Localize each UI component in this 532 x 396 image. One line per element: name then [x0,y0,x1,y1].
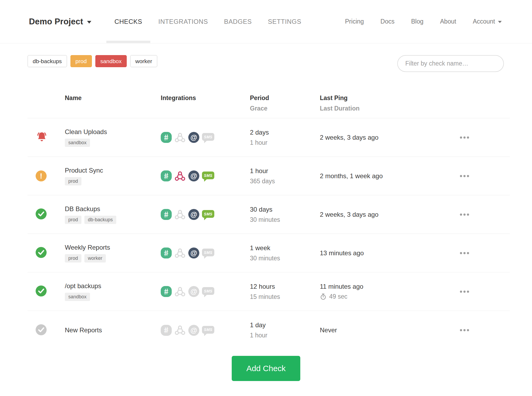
webhook-icon [174,286,186,297]
webhook-icon [174,132,186,143]
check-row: ! Product Sync prod # @ SMS 1 hour 365 d… [28,157,510,195]
check-row: Weekly Reports prodworker # @ SMS 1 week… [28,234,510,272]
add-check-button[interactable]: Add Check [232,356,301,381]
webhook-icon [174,209,186,220]
check-name[interactable]: New Reports [65,326,161,334]
period-value: 1 hour [250,167,320,175]
email-icon: @ [188,209,199,220]
check-tags: sandbox [65,293,161,301]
account-menu[interactable]: Account [464,18,510,25]
tag-filter-db-backups[interactable]: db-backups [28,55,67,67]
check-row: Clean Uploads sandbox # @ SMS 2 days 1 h… [28,118,510,157]
check-name[interactable]: /opt backups [65,282,161,290]
check-tags: proddb-backups [65,216,161,224]
check-name[interactable]: Clean Uploads [65,128,161,136]
nav-link-about[interactable]: About [432,18,464,25]
tag-filter-prod[interactable]: prod [70,55,92,67]
row-menu-button[interactable] [458,326,471,334]
grace-value: 15 minutes [250,293,320,300]
row-menu-button[interactable] [458,211,471,218]
check-row: DB Backups proddb-backups # @ SMS 30 day… [28,195,510,234]
nav-links: Pricing Docs Blog About Account [337,18,532,25]
slack-icon: # [161,132,172,143]
row-menu-button[interactable] [458,288,471,295]
grace-value: 30 minutes [250,216,320,223]
add-check-area: Add Check [0,356,532,381]
header-grace: Grace [250,105,320,112]
period-value: 2 days [250,129,320,136]
bell-icon [36,131,48,143]
webhook-icon [174,325,186,336]
check-name[interactable]: Weekly Reports [65,244,161,251]
webhook-icon [174,170,186,182]
check-icon [36,285,47,296]
check-name-filter-input[interactable] [397,55,504,72]
project-switcher[interactable]: Demo Project [29,17,91,26]
nav-link-blog[interactable]: Blog [403,18,432,25]
top-nav: Demo Project CHECKS INTEGRATIONS BADGES … [0,0,532,43]
tab-checks[interactable]: CHECKS [106,0,150,43]
check-tag: prod [65,177,81,185]
tag-filter-sandbox[interactable]: sandbox [95,55,127,67]
slack-icon: # [161,248,172,258]
webhook-icon [174,248,186,259]
slack-icon: # [161,209,172,220]
check-tag: sandbox [65,293,90,301]
tab-integrations[interactable]: INTEGRATIONS [150,0,216,43]
check-name[interactable]: Product Sync [65,167,161,174]
last-duration-value: 49 sec [329,293,347,300]
email-icon: @ [188,132,199,143]
row-menu-button[interactable] [458,249,471,257]
slack-icon: # [161,170,172,181]
account-label: Account [473,18,495,25]
grace-value: 1 hour [250,332,320,339]
slack-icon: # [161,286,172,297]
check-tag: prod [65,216,81,224]
check-tag: db-backups [84,216,116,224]
header-name: Name [65,94,161,102]
filter-toolbar: db-backups prod sandbox worker [28,55,504,72]
check-tags: prod [65,177,161,185]
email-icon: @ [188,286,199,297]
grace-value: 1 hour [250,139,320,146]
header-last-duration: Last Duration [320,105,443,112]
check-icon [36,247,47,258]
tag-filter-group: db-backups prod sandbox worker [28,55,157,67]
slack-icon: # [161,325,172,336]
tag-filter-worker[interactable]: worker [130,55,157,67]
email-icon: @ [188,325,199,336]
tab-badges[interactable]: BADGES [216,0,260,43]
sms-icon: SMS [202,133,214,141]
check-icon [36,324,47,335]
chevron-down-icon [498,21,502,23]
grace-value: 30 minutes [250,255,320,262]
nav-link-pricing[interactable]: Pricing [337,18,372,25]
period-value: 1 day [250,321,320,329]
last-ping-value: 2 weeks, 3 days ago [320,211,443,218]
period-value: 12 hours [250,283,320,290]
header-period: Period [250,94,320,102]
stopwatch-icon [320,293,327,300]
period-value: 1 week [250,244,320,252]
exclamation-icon: ! [36,170,47,181]
period-value: 30 days [250,206,320,213]
checks-table-body: Clean Uploads sandbox # @ SMS 2 days 1 h… [28,118,510,349]
row-menu-button[interactable] [458,172,471,180]
tab-settings[interactable]: SETTINGS [260,0,309,43]
last-ping-value: 13 minutes ago [320,249,443,257]
sms-icon: SMS [202,172,214,179]
check-tag: prod [65,254,81,262]
check-name[interactable]: DB Backups [65,205,161,213]
check-row: New Reports # @ SMS 1 day 1 hour Never [28,311,510,349]
sms-icon: SMS [202,287,214,295]
checks-table: Name Integrations Period Grace Last Ping… [28,94,510,349]
sms-icon: SMS [202,326,214,334]
chevron-down-icon [87,21,91,24]
check-row: /opt backups sandbox # @ SMS 12 hours 15… [28,272,510,311]
nav-link-docs[interactable]: Docs [372,18,403,25]
nav-tabs: CHECKS INTEGRATIONS BADGES SETTINGS [106,0,309,43]
check-tags: prodworker [65,254,161,262]
last-ping-value: 2 months, 1 week ago [320,172,443,180]
header-last-ping: Last Ping [320,94,443,102]
row-menu-button[interactable] [458,134,471,141]
